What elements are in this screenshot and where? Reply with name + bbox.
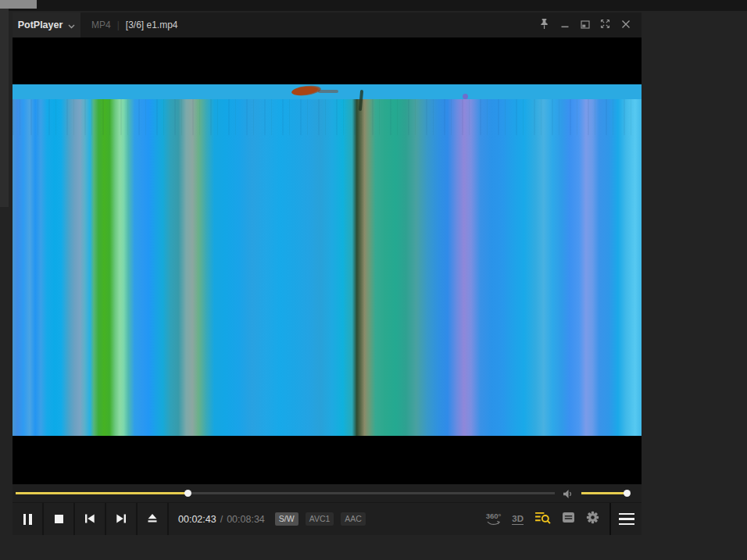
settings-button[interactable] bbox=[586, 511, 599, 527]
subtitle-button[interactable] bbox=[562, 512, 575, 526]
close-button[interactable] bbox=[619, 19, 632, 32]
time-display: 00:02:43 / 00:08:34 bbox=[178, 503, 265, 535]
audio-codec-badge[interactable]: AAC bbox=[341, 512, 366, 526]
pause-icon bbox=[23, 514, 32, 525]
playlist-search-icon bbox=[534, 511, 551, 527]
title-separator: | bbox=[117, 20, 120, 30]
subtitle-doc-icon bbox=[562, 512, 575, 526]
rotation-360-button[interactable]: 360° bbox=[486, 512, 502, 526]
right-icon-group: 360° 3D bbox=[486, 503, 609, 535]
settings-gear-icon bbox=[586, 511, 599, 527]
background-window-fragment bbox=[0, 0, 37, 9]
volume-icon[interactable] bbox=[563, 488, 574, 502]
seek-bar[interactable] bbox=[16, 492, 555, 494]
restore-icon bbox=[581, 18, 590, 32]
chevron-down-icon bbox=[68, 18, 75, 32]
pause-button[interactable] bbox=[13, 503, 44, 535]
rotation-arrow-icon bbox=[487, 521, 500, 526]
playlist-search-button[interactable] bbox=[534, 511, 551, 527]
stop-button[interactable] bbox=[44, 503, 75, 535]
decoder-badge[interactable]: S/W bbox=[275, 512, 298, 526]
time-separator: / bbox=[220, 514, 223, 525]
3d-button[interactable]: 3D bbox=[512, 514, 524, 525]
current-time: 00:02:43 bbox=[178, 514, 216, 525]
video-codec-badge[interactable]: AVC1 bbox=[306, 512, 334, 526]
volume-bar[interactable] bbox=[581, 492, 630, 494]
background-top-strip bbox=[0, 0, 747, 11]
app-menu-button[interactable]: PotPlayer bbox=[13, 12, 80, 37]
titlebar-controls bbox=[538, 19, 632, 32]
format-label: MP4 bbox=[91, 20, 111, 30]
pin-icon bbox=[539, 18, 549, 33]
skip-previous-icon bbox=[84, 512, 95, 526]
rotation-360-label: 360° bbox=[486, 512, 502, 520]
fullscreen-button[interactable] bbox=[599, 19, 612, 32]
seek-row bbox=[13, 484, 642, 502]
minimize-icon bbox=[560, 18, 570, 32]
skip-next-icon bbox=[116, 512, 127, 526]
maximize-button[interactable] bbox=[578, 19, 592, 32]
title-bar: PotPlayer MP4 | [3/6] e1.mp4 bbox=[13, 12, 642, 37]
pin-button[interactable] bbox=[538, 19, 551, 32]
stop-icon bbox=[55, 515, 63, 523]
seek-knob[interactable] bbox=[184, 490, 191, 497]
codec-badges: S/W AVC1 AAC bbox=[275, 503, 366, 535]
volume-progress bbox=[581, 492, 627, 494]
eject-icon bbox=[147, 512, 158, 526]
fullscreen-icon bbox=[600, 18, 610, 32]
app-menu-label: PotPlayer bbox=[18, 20, 63, 30]
video-glitch-purple-dot bbox=[463, 94, 468, 99]
menu-button[interactable] bbox=[609, 503, 642, 535]
video-glitch-speckles bbox=[13, 99, 642, 135]
video-stage[interactable] bbox=[13, 37, 642, 484]
volume-knob[interactable] bbox=[624, 490, 631, 497]
controlbar-spacer bbox=[366, 503, 486, 535]
previous-button[interactable] bbox=[75, 503, 106, 535]
seek-progress bbox=[16, 492, 188, 494]
window-title: [3/6] e1.mp4 bbox=[126, 20, 178, 30]
total-time: 00:08:34 bbox=[227, 514, 265, 525]
video-glitch-red-tail bbox=[318, 90, 338, 93]
control-bar: 00:02:43 / 00:08:34 S/W AVC1 AAC 360° 3D bbox=[13, 502, 642, 535]
potplayer-window: PotPlayer MP4 | [3/6] e1.mp4 bbox=[13, 12, 642, 535]
3d-label: 3D bbox=[512, 514, 524, 525]
video-frame bbox=[13, 84, 642, 436]
minimize-button[interactable] bbox=[558, 19, 571, 32]
menu-hamburger-icon bbox=[619, 513, 634, 515]
close-icon bbox=[621, 18, 631, 32]
eject-button[interactable] bbox=[138, 503, 169, 535]
next-button[interactable] bbox=[106, 503, 138, 535]
background-left-strip bbox=[0, 9, 9, 207]
